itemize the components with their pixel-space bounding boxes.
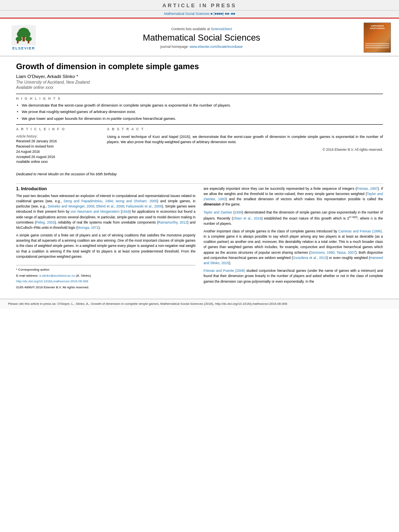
ref-deineko[interactable]: Deineko and Woeginger, 2006 [48,204,94,208]
body-left-column: 1. Introduction The past two decades hav… [16,186,195,291]
homepage-line: journal homepage: www.elsevier.com/locat… [160,45,243,49]
ref-olsen[interactable]: Olsen et al., 2016 [233,216,261,220]
highlights-list: We demonstrate that the worst-case growt… [16,103,383,121]
journal-cover-thumbnail: mathematicalsocial sciences [364,23,391,53]
right-para-2: Taylor and Zwicker (1999) demonstrated t… [204,210,383,226]
svg-point-3 [23,31,31,37]
elsevier-wordmark: ELSEVIER [12,46,35,50]
copyright-line: © 2016 Elsevier B.V. All rights reserved… [107,148,383,152]
svg-rect-4 [23,37,25,41]
article-in-press-banner: ARTICLE IN PRESS [0,0,399,10]
elsevier-logo: ELSEVIER [6,23,42,56]
ref-faliszewski[interactable]: Faliszewski et al., 2009 [126,204,162,208]
ref-ramamurthy[interactable]: Ramamurthy, 2012 [158,220,187,224]
article-info-label: A R T I C L E I N F O [16,127,101,131]
history-label: Article history: [16,134,101,138]
svg-point-5 [16,37,22,41]
footnote-email: E-mail address: a.slinko@auckland.ac.nz … [16,273,195,278]
ref-deng[interactable]: Deng and Papadimitriou, 1994 [64,199,113,203]
svg-point-2 [17,31,24,37]
ref-neumann[interactable]: von Neumann and Morgenstern [71,210,120,214]
divider-highlights [16,94,383,94]
journal-name: Mathematical Social Sciences [143,33,260,43]
footnote-issn: 0165-4896/© 2016 Elsevier B.V. All right… [16,285,195,290]
ref-carreras-freixas[interactable]: Carreras and Freixas (1996) [338,229,382,233]
body-right-column: are especially important since they can … [204,186,383,291]
journal-ref-bar: Mathematical Social Sciences ■ (■■■■) ■■… [0,10,399,18]
received-date: Received 28 January 2016 [16,139,101,144]
intro-para-1: The past two decades have witnessed an e… [16,193,195,230]
paper-title: Growth of dimension in complete simple g… [16,61,383,72]
right-para-3: Another important class of simple games … [204,229,383,266]
revised-date: 24 August 2016 [16,150,101,154]
authors-line: Liam O'Dwyer, Arkadii Slinko * [16,74,383,79]
right-para-1: are especially important since they can … [204,186,383,207]
journal-cover-decoration [365,43,389,49]
highlight-item-3: We give lower and upper bounds for dimen… [16,116,383,121]
email-link[interactable]: a.slinko@auckland.ac.nz [39,274,75,277]
banner-text: ARTICLE IN PRESS [162,2,237,8]
ref-muroga[interactable]: Muroga, 1971 [78,226,99,230]
footnote-doi: http://dx.doi.org/10.1016/j.mathsocsci.2… [16,279,195,284]
footnote-corresponding: * Corresponding author. [16,267,195,272]
citation-text: Please cite this article in press as: O'… [8,302,287,306]
journal-header: ELSEVIER Contents lists available at Sci… [0,18,399,56]
ref-elkind[interactable]: Elkind et al., 2008 [96,204,124,208]
main-content: Growth of dimension in complete simple g… [0,56,399,295]
article-info-column: A R T I C L E I N F O Article history: R… [16,127,101,168]
ref-peleg[interactable]: Peleg, 2002 [36,220,54,224]
intro-heading: 1. Introduction [16,186,195,191]
article-info-abstract-section: A R T I C L E I N F O Article history: R… [16,124,383,168]
elsevier-tree-icon [12,25,36,45]
article-info-table: Article history: Received 28 January 201… [16,134,101,164]
contents-available-line: Contents lists available at ScienceDirec… [171,27,232,31]
ref-simmons[interactable]: Simmons, 1990 [311,251,335,255]
journal-cover-label: mathematicalsocial sciences [370,25,385,29]
svg-rect-8 [28,40,29,43]
homepage-link[interactable]: www.elsevier.com/locate/econbase [189,45,243,49]
ref-tz-1999-year[interactable]: 1999 [234,210,242,214]
svg-rect-7 [17,40,19,43]
right-para-4: Freixas and Puente (2008) studied conjun… [204,268,383,284]
article-history-block: Article history: Received 28 January 201… [16,134,101,164]
journal-ref-text: Mathematical Social Sciences ■ (■■■■) ■■… [164,12,235,16]
highlights-label: H I G H L I G H T S [16,97,383,101]
doi-link[interactable]: http://dx.doi.org/10.1016/j.mathsocsci.2… [16,279,88,283]
ref-taylor-zwicker-1993[interactable]: Taylor and Zwicker, 1993 [204,192,383,201]
journal-cover-image: mathematicalsocial sciences [361,23,393,56]
dedication-text: Dedicated to Hervé Moulin on the occasio… [16,172,383,177]
ref-neumann-year[interactable]: 1944 [122,210,130,214]
available-date: Available online xxxx [16,160,101,164]
ref-taylor-zwicker-1999[interactable]: Taylor and Zwicker [204,210,232,214]
abstract-label: A B S T R A C T [107,127,383,131]
journal-title-block: Contents lists available at ScienceDirec… [42,23,361,56]
abstract-column: A B S T R A C T Using a novel technique … [107,127,383,168]
highlight-item-2: We prove that roughly-weighted games of … [16,109,383,114]
intro-para-2: A simple game consists of a finite set o… [16,233,195,259]
ref-tassa[interactable]: Tassa, 2007 [337,251,356,255]
affiliation-line: The University of Auckland, New Zealand [16,80,383,84]
sciencedirect-link[interactable]: ScienceDirect [211,27,232,31]
ref-gvozdeva[interactable]: Gvozdeva et al., 2013 [293,256,327,260]
footnotes-section: * Corresponding author. E-mail address: … [16,265,195,290]
ref-freixas-puente[interactable]: Freixas and Puente (2008) [204,269,245,273]
highlight-item-1: We demonstrate that the worst-case growt… [16,103,383,108]
available-online-line: Available online xxxx [16,85,383,90]
accepted-date: Accepted 26 August 2016 [16,155,101,160]
body-section: 1. Introduction The past two decades hav… [16,183,383,291]
citation-bar: Please cite this article in press as: O'… [0,299,399,309]
revised-label: Received in revised form [16,144,101,149]
authors-text: Liam O'Dwyer, Arkadii Slinko * [16,74,78,79]
ref-ieong[interactable]: Ieong and Shoham, 2005 [116,199,157,203]
abstract-text: Using a novel technique of Kurz and Nape… [107,134,383,145]
ref-freixas-1997[interactable]: Freixas, 1997 [357,187,378,191]
